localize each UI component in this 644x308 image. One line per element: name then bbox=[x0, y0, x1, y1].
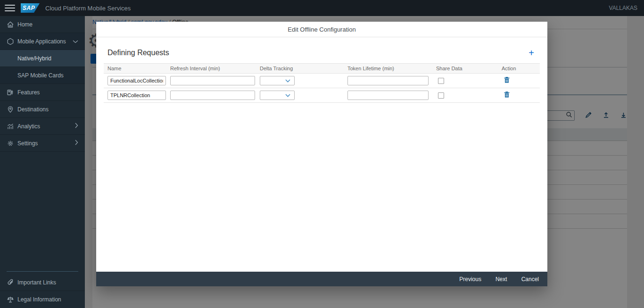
map-pin-icon bbox=[6, 105, 15, 114]
token-lifetime-input[interactable] bbox=[347, 91, 429, 100]
app-window: SAP Cloud Platform Mobile Services VALLA… bbox=[0, 0, 644, 308]
sidebar-divider bbox=[7, 271, 78, 272]
dialog-footer: Previous Next Cancel bbox=[96, 272, 547, 286]
sap-logo: SAP bbox=[21, 3, 40, 13]
sidebar-footer: Important Links Legal Information bbox=[0, 271, 85, 308]
chevron-down-icon bbox=[285, 79, 290, 83]
refresh-interval-input[interactable] bbox=[170, 76, 255, 85]
token-lifetime-input[interactable] bbox=[347, 76, 429, 85]
sidebar-item-analytics[interactable]: Analytics bbox=[0, 118, 85, 135]
dialog-title: Edit Offline Configuration bbox=[96, 22, 547, 37]
chevron-right-icon bbox=[74, 123, 78, 130]
app-title: Cloud Platform Mobile Services bbox=[45, 5, 131, 12]
menu-hamburger-icon[interactable] bbox=[5, 5, 15, 11]
edit-offline-configuration-dialog: Edit Offline Configuration Defining Requ… bbox=[96, 22, 547, 286]
column-header-delta-tracking: Delta Tracking bbox=[256, 66, 344, 71]
topbar: SAP Cloud Platform Mobile Services VALLA… bbox=[0, 0, 644, 16]
sidebar-item-home[interactable]: Home bbox=[0, 16, 85, 33]
column-header-share-data: Share Data bbox=[432, 66, 498, 71]
chart-icon bbox=[6, 122, 15, 131]
refresh-interval-input[interactable] bbox=[170, 91, 255, 100]
delete-row-button[interactable] bbox=[504, 76, 510, 85]
sidebar-item-native-hybrid[interactable]: Native/Hybrid bbox=[0, 50, 85, 67]
column-header-name: Name bbox=[104, 66, 166, 71]
dialog-body: Defining Requests + Name Refresh Interva… bbox=[96, 37, 547, 272]
gear-icon bbox=[6, 139, 15, 148]
chevron-down-icon bbox=[73, 38, 78, 45]
sidebar-item-legal-information[interactable]: Legal Information bbox=[0, 291, 85, 308]
sidebar: Home Mobile Applications Native/Hybrid S… bbox=[0, 16, 85, 308]
request-row bbox=[104, 74, 540, 88]
chevron-down-icon bbox=[285, 94, 290, 97]
delete-row-button[interactable] bbox=[504, 91, 510, 100]
section-header: Defining Requests + bbox=[104, 49, 540, 63]
sidebar-item-sap-mobile-cards[interactable]: SAP Mobile Cards bbox=[0, 67, 85, 84]
hexagon-icon bbox=[6, 37, 15, 46]
requests-table-header: Name Refresh Interval (min) Delta Tracki… bbox=[104, 63, 540, 74]
column-header-token-lifetime: Token Lifetime (min) bbox=[344, 66, 432, 71]
cancel-button[interactable]: Cancel bbox=[521, 276, 539, 283]
trash-icon bbox=[504, 76, 510, 83]
trash-icon bbox=[504, 91, 510, 98]
share-data-checkbox[interactable] bbox=[438, 78, 444, 84]
next-button[interactable]: Next bbox=[495, 276, 507, 283]
name-input[interactable] bbox=[107, 91, 166, 100]
add-request-button[interactable]: + bbox=[527, 49, 536, 57]
home-icon bbox=[6, 20, 15, 29]
column-header-refresh-interval: Refresh Interval (min) bbox=[166, 66, 256, 71]
name-input[interactable] bbox=[107, 76, 166, 85]
delta-tracking-select[interactable] bbox=[260, 91, 295, 100]
features-icon bbox=[6, 88, 15, 97]
delta-tracking-select[interactable] bbox=[260, 76, 295, 85]
sidebar-item-features[interactable]: Features bbox=[0, 84, 85, 101]
sidebar-item-important-links[interactable]: Important Links bbox=[0, 274, 85, 291]
request-row bbox=[104, 88, 540, 103]
scales-icon bbox=[6, 295, 15, 304]
sidebar-item-mobile-applications[interactable]: Mobile Applications bbox=[0, 33, 85, 50]
sidebar-item-settings[interactable]: Settings bbox=[0, 135, 85, 152]
column-header-action: Action bbox=[498, 66, 540, 71]
share-data-checkbox[interactable] bbox=[438, 92, 444, 99]
section-title: Defining Requests bbox=[107, 49, 169, 57]
previous-button[interactable]: Previous bbox=[459, 276, 481, 283]
paperclip-icon bbox=[6, 278, 15, 287]
sidebar-item-destinations[interactable]: Destinations bbox=[0, 101, 85, 118]
chevron-right-icon bbox=[74, 140, 78, 147]
user-menu[interactable]: VALLAKAS bbox=[609, 5, 637, 11]
